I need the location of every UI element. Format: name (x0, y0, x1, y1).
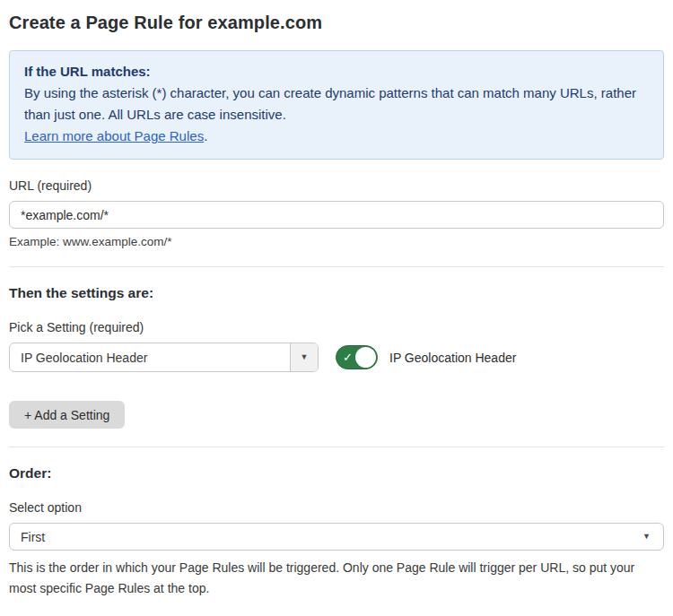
info-box-heading: If the URL matches: (24, 61, 649, 82)
order-select-label: Select option (9, 500, 664, 515)
order-helper-text: This is the order in which your Page Rul… (9, 558, 664, 599)
divider-settings (9, 266, 664, 267)
url-matches-info-box: If the URL matches: By using the asteris… (9, 50, 664, 160)
info-box-body: By using the asterisk (*) character, you… (24, 82, 649, 126)
order-select-value: First (21, 530, 642, 544)
settings-section-heading: Then the settings are: (9, 285, 664, 301)
setting-select-value: IP Geolocation Header (10, 343, 290, 371)
chevron-down-icon: ▼ (642, 533, 651, 541)
toggle-label: IP Geolocation Header (389, 351, 516, 365)
setting-row: IP Geolocation Header ▼ ✓ IP Geolocation… (9, 343, 664, 372)
chevron-down-icon: ▼ (301, 353, 309, 361)
order-select[interactable]: First ▼ (9, 523, 664, 551)
setting-select[interactable]: IP Geolocation Header ▼ (9, 343, 319, 372)
divider-order (9, 447, 664, 447)
page-title: Create a Page Rule for example.com (9, 13, 664, 33)
learn-more-link[interactable]: Learn more about Page Rules (24, 128, 204, 143)
url-input[interactable] (9, 201, 664, 229)
add-setting-button[interactable]: + Add a Setting (9, 401, 125, 429)
pick-setting-label: Pick a Setting (required) (9, 320, 664, 334)
setting-select-arrow-button[interactable]: ▼ (290, 343, 318, 371)
toggle-knob (355, 347, 376, 368)
check-icon: ✓ (343, 351, 353, 362)
order-section-heading: Order: (9, 465, 664, 482)
create-page-rule-form: Create a Page Rule for example.com If th… (0, 0, 673, 616)
link-suffix: . (204, 128, 207, 143)
url-example-helper: Example: www.example.com/* (9, 235, 664, 248)
ip-geolocation-toggle[interactable]: ✓ (336, 345, 378, 369)
info-box-link-line: Learn more about Page Rules. (24, 126, 649, 147)
url-field-label: URL (required) (9, 178, 664, 193)
